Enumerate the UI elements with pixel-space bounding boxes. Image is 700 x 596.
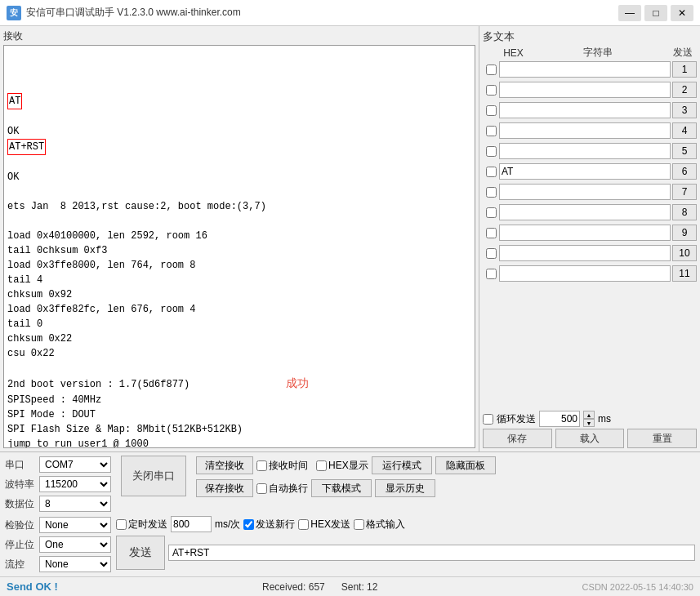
hex-send-checkbox[interactable] [298,519,309,530]
list-item: 2 [483,80,697,100]
recv-time-checkbox[interactable] [256,460,267,471]
mt-send-btn-3[interactable]: 3 [672,102,697,118]
load-btn[interactable]: 载入 [555,429,625,448]
top-area: 接收 AT OK AT+RST OK ets Jan 8 2013,rst ca… [0,26,700,452]
col-str-label: 字符串 [528,46,668,60]
loop-send-checkbox[interactable] [483,414,493,425]
mt-input-3[interactable] [499,102,671,118]
list-item: 5 [483,141,697,161]
mt-send-btn-11[interactable]: 11 [672,265,697,282]
reset-btn[interactable]: 重置 [627,429,697,448]
mt-checkbox-6[interactable] [483,167,499,177]
mt-input-4[interactable] [499,122,671,139]
baud-label: 波特率 [5,478,36,491]
checkbox-4[interactable] [486,126,497,136]
mt-input-8[interactable] [499,204,671,220]
received-status: Received: 657 [262,581,325,593]
format-input-label: 格式输入 [366,518,405,532]
auto-newline-checkbox[interactable] [256,483,267,494]
baud-select[interactable]: 115200 [39,476,111,492]
receive-textarea[interactable]: AT OK AT+RST OK ets Jan 8 2013,rst cause… [3,45,475,448]
checkbox-8[interactable] [486,207,497,218]
mt-input-11[interactable] [499,265,671,282]
checkbox-3[interactable] [486,105,497,116]
newline-send-label: 发送新行 [256,518,295,532]
mt-checkbox-4[interactable] [483,126,499,136]
mt-checkbox-3[interactable] [483,105,499,116]
window-controls: — □ ✕ [618,5,693,21]
checkbox-5[interactable] [486,146,497,157]
minimize-button[interactable]: — [618,5,641,21]
ms-value-input[interactable] [539,411,580,427]
list-item: 6 [483,162,697,181]
check-select[interactable]: None [39,517,111,533]
timed-unit-label: ms/次 [215,518,240,532]
open-port-button[interactable]: 关闭串口 [121,456,186,496]
mt-send-btn-9[interactable]: 9 [672,225,697,241]
mt-checkbox-2[interactable] [483,85,499,96]
newline-send-checkbox[interactable] [243,519,254,530]
download-mode-button[interactable]: 下载模式 [311,479,372,497]
checkbox-11[interactable] [486,269,497,279]
mt-input-5[interactable] [499,143,671,159]
run-mode-button[interactable]: 运行模式 [372,456,432,474]
save-btn[interactable]: 保存 [483,429,552,448]
hex-show-checkbox[interactable] [316,460,327,471]
mt-send-btn-7[interactable]: 7 [672,184,697,200]
mt-checkbox-8[interactable] [483,207,499,218]
timed-send-checkbox[interactable] [116,519,127,530]
mt-send-btn-2[interactable]: 2 [672,82,697,98]
clear-recv-button[interactable]: 清空接收 [196,456,253,474]
checkbox-9[interactable] [486,228,497,238]
recv-time-label: 接收时间 [269,459,308,473]
mt-send-btn-5[interactable]: 5 [672,143,697,159]
stop-select[interactable]: One [39,536,111,553]
data-select[interactable]: 8 [39,496,111,512]
spin-buttons: ▲ ▼ [583,411,595,427]
multitext-rows: 1 2 3 4 [483,60,697,407]
show-history-button[interactable]: 显示历史 [375,479,435,497]
mt-input-10[interactable] [499,245,671,261]
mt-input-9[interactable] [499,225,671,241]
check-row: 检验位 None [5,516,111,534]
receive-label: 接收 [3,29,475,43]
send-button[interactable]: 发送 [116,536,165,570]
spin-up-btn[interactable]: ▲ [583,411,595,419]
close-button[interactable]: ✕ [671,5,693,21]
mt-checkbox-7[interactable] [483,187,499,198]
mt-input-7[interactable] [499,184,671,200]
checkbox-7[interactable] [486,187,497,198]
maximize-button[interactable]: □ [644,5,667,21]
mt-input-2[interactable] [499,82,671,98]
mt-checkbox-11[interactable] [483,269,499,279]
checkbox-2[interactable] [486,85,497,96]
mt-checkbox-1[interactable] [483,64,499,75]
mt-send-btn-6[interactable]: 6 [672,163,697,180]
checkbox-10[interactable] [486,248,497,259]
mt-send-btn-4[interactable]: 4 [672,122,697,139]
mt-checkbox-5[interactable] [483,146,499,157]
mt-input-6[interactable] [499,163,671,180]
mt-checkbox-9[interactable] [483,228,499,238]
mt-checkbox-10[interactable] [483,248,499,259]
multitext-header: 多文本 [483,29,697,44]
hide-panel-button[interactable]: 隐藏面板 [435,456,496,474]
check-label: 检验位 [5,518,36,532]
checkbox-1[interactable] [486,64,497,75]
cmd-at-rst: AT+RST [7,139,46,155]
port-select[interactable]: COM7 [39,456,111,473]
col-send-label: 发送 [668,46,697,60]
send-input[interactable] [168,545,695,561]
mt-input-1[interactable] [499,61,671,78]
mt-send-btn-10[interactable]: 10 [672,245,697,261]
mt-send-btn-8[interactable]: 8 [672,204,697,220]
timed-value-input[interactable] [171,516,212,532]
mt-send-btn-1[interactable]: 1 [672,61,697,78]
checkbox-6[interactable] [486,167,497,177]
send-ok-status: Send OK ! [7,580,58,593]
save-recv-button[interactable]: 保存接收 [196,479,253,497]
flow-select[interactable]: None [39,556,111,572]
hex-send-label: HEX发送 [310,518,350,532]
format-input-checkbox[interactable] [354,519,364,530]
spin-down-btn[interactable]: ▼ [583,419,595,427]
